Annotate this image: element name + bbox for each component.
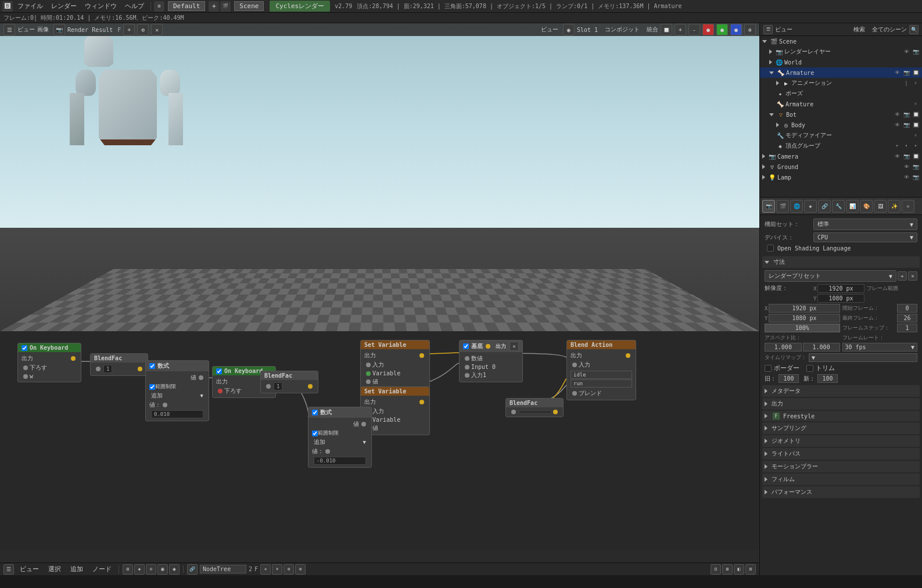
freestyle-header[interactable]: F Freestyle [762, 411, 920, 421]
timemap-val[interactable]: ▼ [809, 353, 917, 362]
node-blend-action[interactable]: Blend Action 出力 入力 idle run [566, 340, 636, 400]
bottom-node[interactable]: ノード [89, 564, 115, 575]
in-dot-9-3[interactable] [465, 373, 469, 378]
render-engine[interactable]: Cyclesレンダー [270, 1, 330, 12]
aspect-y[interactable]: 1.000 [803, 343, 840, 352]
bot-vis[interactable]: 👁 [893, 110, 901, 119]
in-dot-9-1[interactable] [465, 356, 469, 361]
output-dot-6[interactable] [419, 353, 424, 358]
prop-tab-constraints[interactable]: 🔗 [818, 200, 831, 213]
motionblur-header[interactable]: モーションブラー [762, 461, 920, 472]
in-dot-6-2[interactable] [366, 371, 371, 376]
film-header[interactable]: フィルム [762, 474, 920, 485]
viewport-green-dot[interactable]: ● [716, 24, 728, 35]
anim-cam[interactable]: ⚡ [912, 79, 920, 87]
prop-tab-particles[interactable]: ✨ [888, 200, 901, 213]
node-blendfac-2[interactable]: BlendFac 1 [260, 371, 318, 393]
viewport-zoom-in[interactable]: + [675, 24, 686, 35]
outliner-search[interactable]: 🔍 [909, 25, 919, 34]
res-x-value[interactable]: 1920 px [817, 284, 864, 293]
prop-tab-texture[interactable]: 🖼 [874, 200, 887, 213]
geometry-header[interactable]: ジオメトリ [762, 435, 920, 447]
trim-checkbox[interactable] [806, 365, 813, 372]
node-checkbox-3[interactable] [149, 363, 155, 369]
aspect-x[interactable]: 1.000 [765, 343, 802, 352]
node-on-keyboard-1[interactable]: On Keyboard 出力 下ろす w [17, 343, 81, 382]
viewport-combine-label[interactable]: 統合 [647, 26, 658, 34]
vg-dot3[interactable]: • [912, 142, 920, 150]
menu-file[interactable]: ファイル [14, 1, 46, 12]
bot-cam[interactable]: 📷 [902, 110, 910, 119]
br-icon-3[interactable]: ⊕ [284, 564, 294, 575]
icon-3[interactable]: ⊙ [146, 564, 156, 575]
outliner-pose[interactable]: ✦ ポーズ [760, 88, 922, 99]
output-dot[interactable] [71, 356, 76, 361]
framerate-val[interactable]: 30 fps ▼ [842, 343, 918, 352]
node-set-variable-1[interactable]: Set Variable 出力 入力 Variabl [360, 340, 430, 389]
body-cam[interactable]: 📷 [902, 121, 910, 129]
bottom-view[interactable]: ビュー [16, 564, 42, 575]
metadata-header[interactable]: メタデータ [762, 385, 920, 397]
arm-cam[interactable]: 📷 [902, 69, 910, 77]
end-frame-val[interactable]: 26 [897, 314, 917, 322]
anim-vis[interactable]: | [902, 79, 910, 87]
old-val[interactable]: 100 [779, 374, 799, 383]
br-icon-4[interactable]: ⊗ [295, 564, 306, 575]
bf-left-dot-5[interactable] [266, 384, 271, 389]
node-formula-1[interactable]: 数式 値 範囲制限 追加 ▼ [145, 360, 209, 421]
icon-2[interactable]: ◈ [134, 564, 145, 575]
ground-cam[interactable]: 📷 [912, 163, 920, 171]
icon-1[interactable]: ⊞ [123, 564, 133, 575]
in-dot-10-1[interactable] [572, 363, 577, 367]
output-dot-3[interactable] [199, 375, 203, 380]
viewport-close-btn[interactable]: ✕ [151, 24, 163, 35]
start-frame-val[interactable]: 0 [897, 304, 917, 313]
outliner-armature-child[interactable]: 🦴 Armature ⚡ [760, 99, 922, 109]
prop-tab-modifier[interactable]: 🔧 [832, 200, 845, 213]
arm-child-vis[interactable]: ⚡ [912, 100, 920, 108]
range-check[interactable] [149, 384, 155, 390]
node-checkbox-4[interactable] [216, 368, 222, 374]
viewport-copy-btn[interactable]: ⊕ [137, 24, 149, 35]
outliner-ground[interactable]: ▽ Ground 👁 📷 [760, 162, 922, 172]
node-value-display-8[interactable]: -0.010 [314, 457, 366, 465]
layout-icon[interactable]: ⊞ [154, 1, 164, 12]
viewport-add-btn[interactable]: + [123, 24, 135, 35]
outliner-body[interactable]: ◎ Body 👁 📷 🔲 [760, 120, 922, 130]
bottom-add[interactable]: 追加 [67, 564, 87, 575]
mod-vis[interactable]: ⚡ [912, 131, 920, 139]
node-add-btn[interactable]: 追加 ▼ [149, 391, 205, 400]
input-dot-4[interactable] [218, 389, 223, 393]
outliner-modifier[interactable]: 🔧 モディファイアー ⚡ [760, 130, 922, 141]
viewport-slot-icon[interactable]: ◉ [563, 24, 575, 35]
lamp-vis[interactable]: 👁 [902, 173, 910, 181]
node-base[interactable]: 基底 出力 ✕ 数値 Input 0 [459, 340, 523, 382]
vg-dot2[interactable]: • [902, 142, 910, 150]
add-workspace[interactable]: + [209, 1, 219, 12]
bot-render[interactable]: 🔲 [912, 110, 920, 119]
icon-5[interactable]: ◉ [169, 564, 180, 575]
prop-tab-world[interactable]: 🌐 [790, 200, 803, 213]
blender-logo[interactable]: 🅱 [2, 1, 13, 12]
render-preset-dropdown[interactable]: レンダープリセット ▼ [765, 270, 896, 282]
node-blendfac-3[interactable]: BlendFac [505, 398, 564, 417]
in-dot-10-blend[interactable] [572, 391, 577, 396]
arm-render[interactable]: 🔲 [912, 69, 920, 77]
viewport-compositor-label[interactable]: コンポジット [605, 26, 640, 34]
output-dot-10[interactable] [626, 353, 630, 358]
prop-tab-scene[interactable]: 🎬 [776, 200, 789, 213]
sampling-header[interactable]: サンプリング [762, 422, 920, 434]
res-y-full[interactable]: 1080 px [769, 314, 840, 322]
body-render[interactable]: 🔲 [912, 121, 920, 129]
prop-tab-object[interactable]: ◈ [804, 200, 817, 213]
render-preset-add[interactable]: + [898, 271, 907, 281]
br-icon-1[interactable]: + [260, 564, 271, 575]
dimensions-header[interactable]: 寸法 [762, 256, 920, 268]
outliner-animation[interactable]: ▶ アニメーション | ⚡ [760, 78, 922, 88]
viewport-red-dot[interactable]: ● [702, 24, 714, 35]
val-dot-8[interactable] [325, 449, 330, 454]
node-menu-btn[interactable]: ☰ [3, 564, 14, 575]
bottom-tree-icon[interactable]: 🔗 [187, 564, 198, 575]
output-dot-8[interactable] [361, 422, 366, 426]
res-y-value[interactable]: 1080 px [817, 294, 864, 303]
